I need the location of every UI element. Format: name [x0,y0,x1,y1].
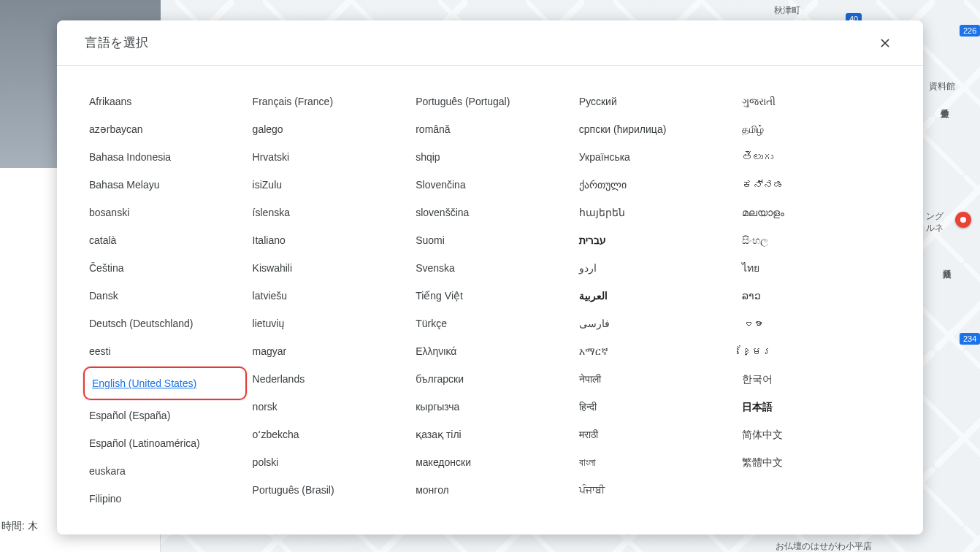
language-option[interactable]: മലയാളം [738,199,898,226]
language-option[interactable]: Português (Portugal) [411,88,572,115]
language-option[interactable]: עברית [575,226,735,254]
language-option[interactable]: ಕನ್ನಡ [738,171,898,199]
language-option[interactable]: Slovenčina [411,171,572,199]
language-option[interactable]: Українська [575,143,735,171]
language-option[interactable]: euskara [85,457,245,485]
language-option[interactable]: қазақ тілі [411,421,572,448]
language-option[interactable]: ລາວ [738,282,898,310]
language-option[interactable]: اردو [575,254,735,282]
language-option[interactable]: српски (ћирилица) [575,115,735,143]
language-option[interactable]: eesti [85,337,245,365]
language-option[interactable]: Svenska [411,254,572,282]
language-option[interactable]: 한국어 [738,365,898,393]
language-option[interactable]: norsk [248,393,409,421]
modal-header: 言語を選択 [57,20,923,66]
language-option[interactable]: Afrikaans [85,88,245,115]
language-option[interactable]: 繁體中文 [738,448,898,476]
language-option[interactable]: বাংলা [575,448,735,476]
language-option[interactable]: 日本語 [738,393,898,421]
highlighted-language: English (United States) [83,367,247,400]
language-option[interactable]: հայերեն [575,199,735,226]
language-column: Português (Portugal)românăshqipSlovenčin… [411,88,572,513]
language-option[interactable]: ខ្មែរ [738,337,898,365]
language-option[interactable]: íslenska [248,199,409,226]
language-option[interactable]: తెలుగు [738,143,898,171]
language-option[interactable]: català [85,226,245,254]
language-option[interactable]: Bahasa Melayu [85,171,245,199]
language-option[interactable]: кыргызча [411,393,572,421]
language-option[interactable]: bosanski [85,199,245,226]
language-option[interactable]: Nederlands [248,365,409,393]
language-option[interactable]: සිංහල [738,226,898,254]
language-option[interactable]: Türkçe [411,310,572,337]
language-option[interactable]: Español (España) [85,402,245,429]
language-option[interactable]: नेपाली [575,365,735,393]
language-option[interactable]: slovenščina [411,199,572,226]
language-option[interactable]: ไทย [738,254,898,282]
language-option[interactable]: ქართული [575,171,735,199]
close-button[interactable] [875,33,895,53]
language-column: AfrikaansazərbaycanBahasa IndonesiaBahas… [85,88,245,513]
modal-title: 言語を選択 [85,34,149,51]
language-option[interactable]: polski [248,448,409,476]
language-column: ગુજરાતીதமிழ்తెలుగుಕನ್ನಡമലയാളംසිංහලไทยລາວ… [738,88,898,513]
language-option[interactable]: हिन्दी [575,393,735,421]
language-option[interactable]: shqip [411,143,572,171]
modal-body: AfrikaansazərbaycanBahasa IndonesiaBahas… [57,66,923,534]
language-option[interactable]: magyar [248,337,409,365]
language-option[interactable]: English (United States) [91,372,198,394]
language-option[interactable]: Español (Latinoamérica) [85,429,245,457]
language-option[interactable]: română [411,115,572,143]
language-option[interactable]: galego [248,115,409,143]
language-option[interactable]: العربية [575,282,735,310]
language-option[interactable]: मराठी [575,421,735,448]
language-option[interactable]: oʻzbekcha [248,421,409,448]
language-option[interactable]: தமிழ் [738,115,898,143]
language-option[interactable]: Hrvatski [248,143,409,171]
language-option[interactable]: latviešu [248,282,409,310]
language-column: Русскийсрпски (ћирилица)Українськаქართულ… [575,88,735,513]
language-option[interactable]: български [411,365,572,393]
language-option[interactable]: Dansk [85,282,245,310]
language-option[interactable]: ગુજરાતી [738,88,898,115]
language-option[interactable]: isiZulu [248,171,409,199]
language-option[interactable]: አማርኛ [575,337,735,365]
language-option[interactable]: Filipino [85,485,245,513]
language-option[interactable]: Русский [575,88,735,115]
language-option[interactable]: Français (France) [248,88,409,115]
language-option[interactable]: Tiếng Việt [411,282,572,310]
language-option[interactable]: 简体中文 [738,421,898,448]
language-option[interactable]: Kiswahili [248,254,409,282]
language-option[interactable]: Suomi [411,226,572,254]
language-option[interactable]: ਪੰਜਾਬੀ [575,476,735,504]
language-select-modal: 言語を選択 AfrikaansazərbaycanBahasa Indonesi… [57,20,923,534]
language-option[interactable]: Português (Brasil) [248,476,409,504]
language-option[interactable]: azərbaycan [85,115,245,143]
language-option[interactable]: ဗမာ [738,310,898,337]
language-option[interactable]: فارسی [575,310,735,337]
language-column: Français (France)galegoHrvatskiisiZuluís… [248,88,409,513]
language-columns: AfrikaansazərbaycanBahasa IndonesiaBahas… [85,88,898,513]
modal-overlay: 言語を選択 AfrikaansazərbaycanBahasa Indonesi… [0,0,980,552]
language-option[interactable]: Deutsch (Deutschland) [85,310,245,337]
language-option[interactable]: монгол [411,476,572,504]
language-option[interactable]: Bahasa Indonesia [85,143,245,171]
language-option[interactable]: Čeština [85,254,245,282]
language-option[interactable]: Ελληνικά [411,337,572,365]
language-option[interactable]: lietuvių [248,310,409,337]
close-icon [879,35,891,51]
language-option[interactable]: Italiano [248,226,409,254]
language-option[interactable]: македонски [411,448,572,476]
